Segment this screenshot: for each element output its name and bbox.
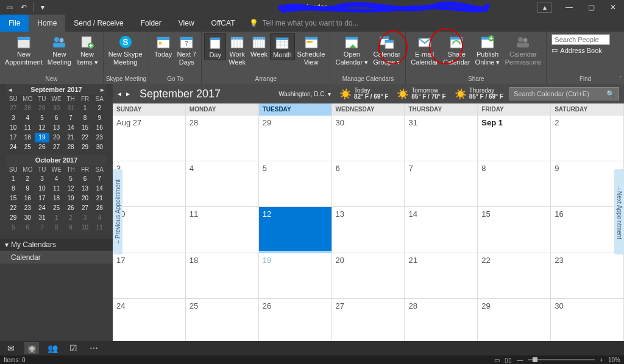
tell-me[interactable]: 💡Tell me what you want to do...: [243, 15, 358, 32]
mail-nav-icon[interactable]: ✉: [4, 342, 18, 354]
day-cell[interactable]: 15: [478, 207, 551, 252]
calendar-list-item[interactable]: Calendar: [0, 251, 113, 264]
day-cell[interactable]: Aug 27: [113, 116, 186, 161]
day-cell[interactable]: 11: [186, 207, 259, 252]
day-cell[interactable]: 29: [478, 299, 551, 344]
minimize-button[interactable]: —: [558, 0, 580, 15]
day-cell[interactable]: 2: [551, 116, 624, 161]
today-button[interactable]: Today: [152, 33, 174, 59]
calendar-groups-button[interactable]: CalendarGroups ▾: [370, 33, 403, 67]
tab-folder[interactable]: Folder: [132, 15, 170, 32]
my-calendars-header[interactable]: ▾My Calendars: [0, 239, 113, 251]
day-cell[interactable]: 28: [405, 299, 478, 344]
view-reading-icon[interactable]: ▯▯: [505, 357, 512, 363]
ribbon: NewAppointment NewMeeting NewItems ▾ New…: [0, 32, 624, 84]
month-button[interactable]: Month: [270, 33, 295, 60]
calendar-permissions-button[interactable]: CalendarPermissions: [502, 33, 544, 67]
view-normal-icon[interactable]: ▭: [494, 357, 500, 363]
lightbulb-icon: 💡: [249, 19, 258, 27]
day-cell[interactable]: 17: [113, 253, 186, 298]
day-cell[interactable]: 6: [332, 161, 405, 206]
email-calendar-button[interactable]: E-mailCalendar: [408, 33, 441, 67]
minical-grid[interactable]: SUMOTUWETHFRSA12345678910111213141516171…: [6, 166, 107, 233]
calendar-nav-icon[interactable]: ▦: [24, 342, 39, 354]
day-cell[interactable]: 29: [259, 116, 332, 161]
tab-send-receive[interactable]: Send / Receive: [65, 15, 132, 32]
day-cell[interactable]: 25: [186, 299, 259, 344]
open-calendar-button[interactable]: OpenCalendar ▾: [333, 33, 370, 67]
day-cell[interactable]: Sep 1: [478, 116, 551, 161]
day-cell[interactable]: 14: [405, 207, 478, 252]
publish-online-button[interactable]: PublishOnline ▾: [473, 33, 503, 67]
maximize-button[interactable]: ▢: [580, 0, 602, 15]
ribbon-display-options-icon[interactable]: ▴: [537, 2, 552, 13]
previous-appointment-handle[interactable]: ←Previous Appointment: [113, 169, 122, 254]
day-cell[interactable]: 26: [259, 299, 332, 344]
weeks-grid[interactable]: Aug 2728293031Sep 1234567891011121314151…: [113, 116, 624, 345]
people-nav-icon[interactable]: 👥: [45, 342, 60, 354]
day-cell[interactable]: 31: [405, 116, 478, 161]
work-week-button[interactable]: WorkWeek: [226, 33, 248, 67]
new-skype-meeting-button[interactable]: SNew SkypeMeeting: [106, 33, 145, 67]
calendar-groups-icon: [379, 34, 395, 50]
weather-location[interactable]: Washington, D.C. ▾: [278, 91, 331, 97]
day-cell[interactable]: 4: [186, 161, 259, 206]
day-cell[interactable]: 3: [113, 161, 186, 206]
next-appointment-handle[interactable]: →Next Appointment: [614, 169, 624, 254]
minical-month-label: September 2017: [12, 86, 101, 93]
new-meeting-button[interactable]: NewMeeting: [45, 33, 74, 67]
qat-undo-icon[interactable]: ↶: [18, 2, 29, 13]
day-cell[interactable]: 12: [259, 207, 332, 252]
tasks-nav-icon[interactable]: ☑: [66, 342, 80, 354]
minical-grid[interactable]: SUMOTUWETHFRSA27282930311234567891011121…: [6, 95, 107, 152]
next-7-days-button[interactable]: 7Next 7Days: [174, 33, 199, 67]
day-cell[interactable]: 8: [478, 161, 551, 206]
day-cell[interactable]: 10: [113, 207, 186, 252]
day-cell[interactable]: 30: [551, 299, 624, 344]
day-cell[interactable]: 13: [332, 207, 405, 252]
day-cell[interactable]: 27: [332, 299, 405, 344]
day-cell[interactable]: 21: [405, 253, 478, 298]
cal-next-icon[interactable]: ▸: [126, 89, 130, 98]
day-cell[interactable]: 19: [259, 253, 332, 298]
tab-offcat[interactable]: OffCAT: [203, 15, 244, 32]
group-new: NewAppointment NewMeeting NewItems ▾ New: [0, 32, 104, 84]
skype-icon: S: [118, 34, 133, 50]
day-cell[interactable]: 22: [478, 253, 551, 298]
zoom-in-button[interactable]: +: [600, 357, 603, 363]
new-appointment-button[interactable]: NewAppointment: [2, 33, 45, 67]
minical-month-label: October 2017: [9, 156, 104, 164]
day-cell[interactable]: 5: [259, 161, 332, 206]
cal-prev-icon[interactable]: ◂: [118, 89, 121, 98]
zoom-slider[interactable]: [528, 359, 595, 360]
day-cell[interactable]: 18: [186, 253, 259, 298]
minical-next-icon[interactable]: ▸: [101, 86, 104, 94]
day-cell[interactable]: 24: [113, 299, 186, 344]
day-cell[interactable]: 20: [332, 253, 405, 298]
new-items-button[interactable]: NewItems ▾: [74, 33, 101, 67]
search-people-input[interactable]: [551, 34, 610, 45]
day-cell[interactable]: 16: [551, 207, 624, 252]
zoom-out-button[interactable]: —: [517, 357, 523, 363]
day-cell[interactable]: 28: [186, 116, 259, 161]
redaction-scribble: [280, 2, 488, 13]
sun-icon: ☀️: [455, 88, 467, 100]
week-button[interactable]: Week: [248, 33, 270, 59]
address-book-button[interactable]: ▭Address Book: [551, 46, 610, 54]
qat-customize-chevron[interactable]: ▾: [37, 2, 48, 13]
tab-home[interactable]: Home: [29, 15, 65, 32]
share-calendar-button[interactable]: ShareCalendar: [441, 33, 473, 67]
day-cell[interactable]: 7: [405, 161, 478, 206]
day-cell[interactable]: 9: [551, 161, 624, 206]
qat-window-icon[interactable]: ▭: [4, 2, 15, 13]
day-cell[interactable]: 23: [551, 253, 624, 298]
tab-view[interactable]: View: [170, 15, 203, 32]
more-nav-icon[interactable]: ⋯: [87, 342, 101, 354]
search-calendar-input[interactable]: Search Calendar (Ctrl+E)🔍: [509, 87, 619, 100]
tab-file[interactable]: File: [0, 15, 29, 32]
close-button[interactable]: ✕: [602, 0, 624, 15]
day-view-button[interactable]: Day: [204, 33, 226, 60]
schedule-view-button[interactable]: ScheduleView: [295, 33, 328, 67]
day-cell[interactable]: 30: [332, 116, 405, 161]
collapse-ribbon-icon[interactable]: ˆ: [620, 76, 622, 83]
